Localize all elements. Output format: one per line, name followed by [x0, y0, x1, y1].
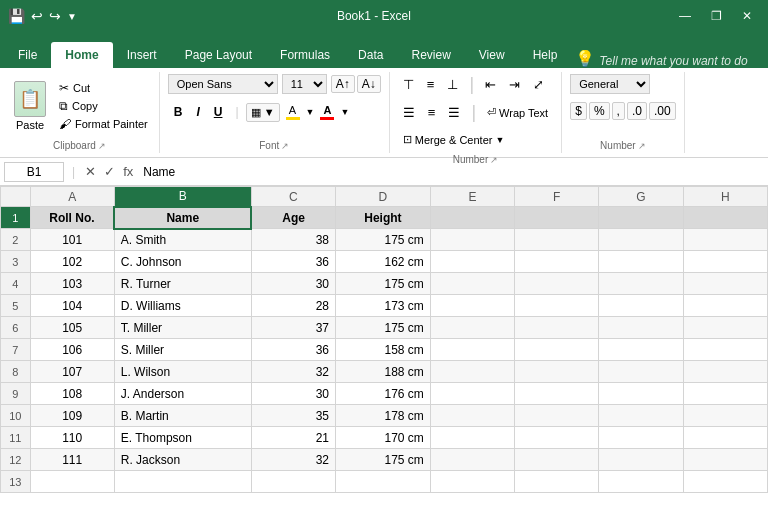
formula-confirm-icon[interactable]: ✓ — [102, 162, 117, 181]
cell[interactable] — [430, 339, 514, 361]
cell[interactable]: Roll No. — [30, 207, 114, 229]
cell[interactable] — [599, 449, 683, 471]
cell[interactable] — [683, 361, 767, 383]
cell[interactable] — [683, 207, 767, 229]
col-header-g[interactable]: G — [599, 187, 683, 207]
col-header-f[interactable]: F — [515, 187, 599, 207]
tab-help[interactable]: Help — [519, 42, 572, 68]
cell[interactable]: Height — [336, 207, 431, 229]
cell[interactable]: 30 — [251, 383, 335, 405]
col-header-c[interactable]: C — [251, 187, 335, 207]
minimize-button[interactable]: — — [671, 9, 699, 23]
row-header-6[interactable]: 6 — [1, 317, 31, 339]
customize-icon[interactable]: ▼ — [67, 11, 77, 22]
cell[interactable]: 108 — [30, 383, 114, 405]
cut-button[interactable]: ✂ Cut — [56, 80, 151, 96]
cell[interactable] — [599, 383, 683, 405]
cell[interactable]: L. Wilson — [114, 361, 251, 383]
cell[interactable] — [515, 449, 599, 471]
align-right-button[interactable]: ☰ — [443, 102, 465, 123]
cell[interactable] — [430, 317, 514, 339]
row-header-11[interactable]: 11 — [1, 427, 31, 449]
cell[interactable] — [599, 471, 683, 493]
col-header-d[interactable]: D — [336, 187, 431, 207]
cell[interactable]: 36 — [251, 339, 335, 361]
cell[interactable] — [683, 229, 767, 251]
cell[interactable]: 103 — [30, 273, 114, 295]
cell[interactable]: C. Johnson — [114, 251, 251, 273]
cell[interactable] — [30, 471, 114, 493]
cell[interactable] — [515, 207, 599, 229]
cell[interactable] — [599, 361, 683, 383]
row-header-2[interactable]: 2 — [1, 229, 31, 251]
cell[interactable] — [683, 427, 767, 449]
cell[interactable]: 170 cm — [336, 427, 431, 449]
cell[interactable]: B. Martin — [114, 405, 251, 427]
cell[interactable]: 175 cm — [336, 317, 431, 339]
cell[interactable] — [599, 295, 683, 317]
cell[interactable] — [599, 427, 683, 449]
col-header-b[interactable]: B — [114, 187, 251, 207]
cell[interactable]: 28 — [251, 295, 335, 317]
row-header-1[interactable]: 1 — [1, 207, 31, 229]
underline-button[interactable]: U — [208, 102, 229, 122]
restore-button[interactable]: ❐ — [703, 9, 730, 23]
cell[interactable]: 37 — [251, 317, 335, 339]
copy-button[interactable]: ⧉ Copy — [56, 98, 151, 114]
cell[interactable] — [515, 383, 599, 405]
cell[interactable] — [430, 427, 514, 449]
cell[interactable] — [515, 427, 599, 449]
cell[interactable]: S. Miller — [114, 339, 251, 361]
align-bottom-button[interactable]: ⊥ — [442, 74, 463, 95]
cell[interactable] — [515, 339, 599, 361]
cell[interactable] — [430, 405, 514, 427]
bold-button[interactable]: B — [168, 102, 189, 122]
accounting-button[interactable]: $ — [570, 102, 587, 120]
cell[interactable]: 175 cm — [336, 449, 431, 471]
row-header-4[interactable]: 4 — [1, 273, 31, 295]
row-header-12[interactable]: 12 — [1, 449, 31, 471]
formula-input[interactable] — [139, 163, 764, 181]
tell-me-text[interactable]: Tell me what you want to do — [599, 54, 747, 68]
cell[interactable] — [683, 449, 767, 471]
cell[interactable] — [515, 229, 599, 251]
cell[interactable]: J. Anderson — [114, 383, 251, 405]
cell[interactable] — [430, 383, 514, 405]
tab-page-layout[interactable]: Page Layout — [171, 42, 266, 68]
cell[interactable] — [515, 273, 599, 295]
cell[interactable]: Age — [251, 207, 335, 229]
cell[interactable] — [430, 449, 514, 471]
cell[interactable]: 104 — [30, 295, 114, 317]
cell[interactable]: 188 cm — [336, 361, 431, 383]
cell[interactable] — [430, 251, 514, 273]
cell[interactable]: 35 — [251, 405, 335, 427]
cell[interactable]: 175 cm — [336, 229, 431, 251]
cell[interactable] — [430, 295, 514, 317]
cell[interactable] — [430, 361, 514, 383]
paste-button[interactable]: 📋 Paste — [8, 77, 52, 135]
decrease-font-button[interactable]: A↓ — [357, 75, 381, 93]
redo-icon[interactable]: ↪ — [49, 8, 61, 24]
col-header-a[interactable]: A — [30, 187, 114, 207]
cell[interactable]: 109 — [30, 405, 114, 427]
cell[interactable]: Name — [114, 207, 251, 229]
row-header-3[interactable]: 3 — [1, 251, 31, 273]
cell[interactable] — [515, 251, 599, 273]
cell[interactable] — [599, 207, 683, 229]
number-format-select[interactable]: General — [570, 74, 650, 94]
cell[interactable]: E. Thompson — [114, 427, 251, 449]
decrease-decimal-button[interactable]: .00 — [649, 102, 676, 120]
cell[interactable] — [515, 295, 599, 317]
increase-decimal-button[interactable]: .0 — [627, 102, 647, 120]
tab-formulas[interactable]: Formulas — [266, 42, 344, 68]
cell[interactable] — [683, 339, 767, 361]
cell[interactable] — [683, 471, 767, 493]
cell[interactable] — [683, 251, 767, 273]
tab-review[interactable]: Review — [397, 42, 464, 68]
font-size-select[interactable]: 11 — [282, 74, 327, 94]
tab-insert[interactable]: Insert — [113, 42, 171, 68]
cell[interactable] — [683, 383, 767, 405]
indent-increase-button[interactable]: ⇥ — [504, 74, 525, 95]
col-header-h[interactable]: H — [683, 187, 767, 207]
cell[interactable] — [599, 273, 683, 295]
